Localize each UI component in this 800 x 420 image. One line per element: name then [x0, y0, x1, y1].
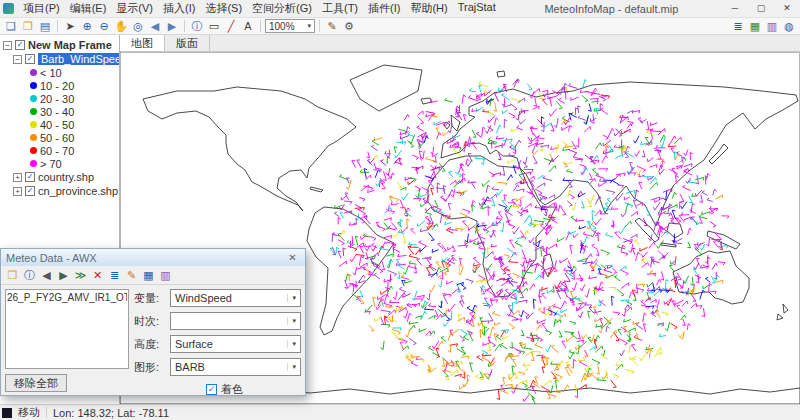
menu-insert[interactable]: 插入(I)	[158, 1, 200, 16]
map-frame-label[interactable]: New Map Frame	[28, 39, 112, 51]
close-button[interactable]: ✕	[774, 0, 800, 17]
menu-project[interactable]: 项目(P)	[18, 1, 65, 16]
measure-icon[interactable]: ╱	[223, 18, 239, 34]
zoom-level-combo[interactable]: 100% ▾	[265, 19, 315, 33]
variable-label: 变量:	[134, 291, 166, 306]
app-icon	[3, 3, 14, 14]
legend-color-dot	[30, 160, 37, 167]
animate-icon[interactable]: ≫	[73, 266, 88, 284]
layer-checkbox[interactable]: ✓	[25, 54, 35, 64]
level-combo[interactable]: Surface ▾	[170, 335, 301, 353]
legend-item[interactable]: > 70	[0, 157, 119, 170]
menu-tools[interactable]: 工具(T)	[317, 1, 363, 16]
pan-icon[interactable]: ✋	[113, 18, 129, 34]
legend-item[interactable]: 40 - 50	[0, 118, 119, 131]
zoom-in-icon[interactable]: ⊕	[79, 18, 95, 34]
remove-all-button[interactable]: 移除全部	[5, 374, 67, 392]
layer-barb-windspeed[interactable]: Barb_WindSpeed	[38, 53, 120, 65]
view-tabs: 地图 版面	[120, 35, 800, 52]
titlebar: 项目(P) 编辑(E) 显示(V) 插入(I) 选择(S) 空间分析(G) 工具…	[0, 0, 800, 18]
colored-checkbox[interactable]: ✓	[206, 384, 217, 395]
menu-spatial-analysis[interactable]: 空间分析(G)	[247, 1, 317, 16]
menu-plugins[interactable]: 插件(I)	[363, 1, 405, 16]
zoom-out-icon[interactable]: ⊖	[96, 18, 112, 34]
dialog-close-icon[interactable]: ✕	[285, 252, 300, 263]
legend-item[interactable]: 50 - 60	[0, 131, 119, 144]
chevron-down-icon: ▾	[307, 22, 311, 30]
frame-checkbox[interactable]: ✓	[15, 40, 25, 50]
menu-select[interactable]: 选择(S)	[200, 1, 247, 16]
menu-edit[interactable]: 编辑(E)	[65, 1, 112, 16]
menu-trajstat[interactable]: TrajStat	[453, 1, 501, 16]
meteo-data-dialog: Meteo Data - AWX ✕ ❐ ⓘ ◀ ▶ ≫ ✕ ≣ ✎ ▦ ▥ 2…	[0, 248, 306, 396]
legend-item-label: 60 - 70	[40, 145, 74, 157]
open-project-icon[interactable]: ❐	[20, 18, 36, 34]
app-window: 项目(P) 编辑(E) 显示(V) 插入(I) 选择(S) 空间分析(G) 工具…	[0, 0, 800, 420]
menubar: 项目(P) 编辑(E) 显示(V) 插入(I) 选择(S) 空间分析(G) 工具…	[18, 1, 501, 16]
prev-time-icon[interactable]: ◀	[39, 266, 54, 284]
chevron-down-icon: ▾	[287, 294, 296, 302]
select-rect-icon[interactable]: ▭	[206, 18, 222, 34]
collapse-icon[interactable]: −	[13, 55, 22, 64]
layer-checkbox[interactable]: ✓	[25, 186, 35, 196]
time-label: 时次:	[134, 314, 166, 329]
tab-map[interactable]: 地图	[120, 35, 165, 51]
identify-icon[interactable]: ⓘ	[189, 18, 205, 34]
window-title: MeteoInfoMap - default.mip	[501, 3, 722, 15]
draw-icon[interactable]: ✎	[124, 266, 139, 284]
open-data-icon[interactable]: ❐	[5, 266, 20, 284]
select-tool-icon[interactable]: ➤	[62, 18, 78, 34]
table-icon[interactable]: ▦	[141, 266, 156, 284]
new-file-icon[interactable]: ❏	[3, 18, 19, 34]
menu-view[interactable]: 显示(V)	[111, 1, 158, 16]
chevron-down-icon: ▾	[287, 363, 296, 371]
dialog-titlebar[interactable]: Meteo Data - AWX ✕	[1, 249, 305, 266]
attribute-table-icon[interactable]: ▦	[747, 18, 763, 34]
draw-tool-icon[interactable]: ✎	[324, 18, 340, 34]
next-time-icon[interactable]: ▶	[56, 266, 71, 284]
full-extent-icon[interactable]: ◎	[130, 18, 146, 34]
next-view-icon[interactable]: ▶	[164, 18, 180, 34]
prev-view-icon[interactable]: ◀	[147, 18, 163, 34]
chart-icon[interactable]: ▥	[764, 18, 780, 34]
layer-country[interactable]: country.shp	[38, 171, 94, 183]
legend-item[interactable]: 20 - 30	[0, 92, 119, 105]
status-coordinates: Lon: 148.32; Lat: -78.11	[53, 407, 169, 419]
chevron-down-icon: ▾	[287, 317, 296, 325]
info-icon[interactable]: ⓘ	[22, 266, 37, 284]
data-file-list[interactable]: 26_P_FY2G_AMV_IR1_OTG_2023062...	[5, 289, 129, 369]
legend-color-dot	[30, 82, 37, 89]
legend-item[interactable]: < 10	[0, 66, 119, 79]
legend-item[interactable]: 60 - 70	[0, 144, 119, 157]
collapse-icon[interactable]: −	[3, 41, 12, 50]
menu-help[interactable]: 帮助(H)	[405, 1, 452, 16]
chevron-down-icon: ▾	[287, 340, 296, 348]
expand-icon[interactable]: +	[13, 187, 22, 196]
settings-list-icon[interactable]: ≣	[107, 266, 122, 284]
tab-layout[interactable]: 版面	[165, 35, 210, 51]
expand-icon[interactable]: +	[13, 173, 22, 182]
chart-icon[interactable]: ▥	[158, 266, 173, 284]
layer-cn-province[interactable]: cn_province.shp	[38, 185, 118, 197]
legend-color-dot	[30, 108, 37, 115]
minimize-button[interactable]: ─	[722, 0, 748, 17]
graphic-label: 图形:	[134, 360, 166, 375]
legend-color-dot	[30, 147, 37, 154]
statusbar: 移动 Lon: 148.32; Lat: -78.11	[0, 404, 800, 420]
globe-icon[interactable]: ◍	[781, 18, 797, 34]
variable-combo[interactable]: WindSpeed ▾	[170, 289, 301, 307]
label-icon[interactable]: A	[240, 18, 256, 34]
layers-icon[interactable]: ≣	[730, 18, 746, 34]
remove-icon[interactable]: ✕	[90, 266, 105, 284]
graphic-combo[interactable]: BARB ▾	[170, 358, 301, 376]
maximize-button[interactable]: ▢	[748, 0, 774, 17]
layer-checkbox[interactable]: ✓	[25, 172, 35, 182]
legend-item[interactable]: 10 - 20	[0, 79, 119, 92]
time-combo[interactable]: ▾	[170, 312, 301, 330]
legend-color-dot	[30, 69, 37, 76]
save-project-icon[interactable]: ▤	[37, 18, 53, 34]
data-file-item[interactable]: 26_P_FY2G_AMV_IR1_OTG_2023062...	[7, 292, 127, 303]
legend-item[interactable]: 30 - 40	[0, 105, 119, 118]
settings-icon[interactable]: ⚙	[341, 18, 357, 34]
legend-item-label: 10 - 20	[40, 80, 74, 92]
